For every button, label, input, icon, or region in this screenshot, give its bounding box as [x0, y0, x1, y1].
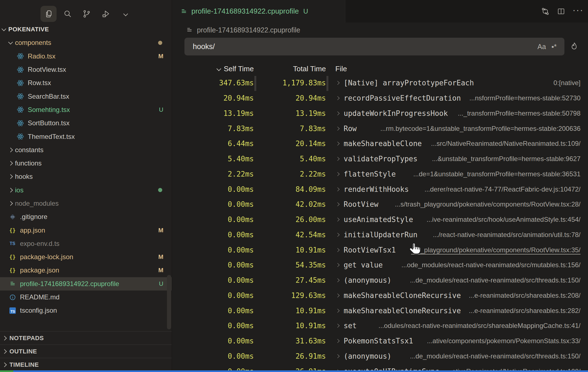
- expand-chevron-icon[interactable]: [336, 127, 339, 131]
- file-path-link[interactable]: ...e-reanimated/src/shareables.ts:208/: [463, 292, 581, 299]
- table-row[interactable]: 0.00ms84.09msrenderWithHooks...derer/rea…: [172, 182, 581, 197]
- column-header-file[interactable]: File: [335, 65, 347, 73]
- split-editor-button[interactable]: [557, 7, 565, 16]
- table-row[interactable]: 0.00ms54.35msget value...ode_modules/rea…: [172, 258, 581, 273]
- table-row[interactable]: 0.00ms129.63msmakeShareableCloneRecursiv…: [172, 288, 581, 303]
- filter-input[interactable]: hooks/ Aa ▪*: [184, 38, 564, 55]
- table-row[interactable]: 0.00ms26.00msuseAnimatedStyle...ive-rean…: [172, 212, 581, 227]
- file-path-link[interactable]: ...de_modules/react-native-reanimated/sr…: [404, 276, 581, 284]
- more-views-button[interactable]: [118, 6, 134, 22]
- file-item-sortbutton-tsx[interactable]: SortButton.tsx: [0, 116, 172, 130]
- folder-item-ios[interactable]: ios: [0, 184, 172, 197]
- folder-item-constants[interactable]: constants: [0, 143, 172, 157]
- file-item-radio-tsx[interactable]: Radio.tsxM: [0, 50, 172, 63]
- expand-chevron-icon[interactable]: [336, 248, 339, 252]
- search-button[interactable]: [60, 6, 76, 22]
- expand-chevron-icon[interactable]: [336, 354, 339, 358]
- folder-item-functions[interactable]: functions: [0, 157, 172, 170]
- file-path-link[interactable]: 0:[native]: [548, 79, 581, 87]
- expand-chevron-icon[interactable]: [336, 263, 339, 267]
- column-resize-handle[interactable]: [254, 76, 256, 91]
- column-resize-handle[interactable]: [326, 76, 328, 91]
- project-root[interactable]: POKENATIVE: [0, 23, 172, 36]
- file-item-rootview-tsx[interactable]: RootView.tsx: [0, 63, 172, 76]
- file-item-package-json[interactable]: {}package.jsonM: [0, 264, 172, 277]
- file-path-link[interactable]: ...ive-reanimated/src/hook/useAnimatedSt…: [421, 216, 581, 223]
- file-path-link[interactable]: .../react-native-reanimated/src/animatio…: [427, 231, 581, 239]
- file-path-link[interactable]: ...rm.bytecode=1&unstable_transformProfi…: [375, 125, 581, 133]
- panel-timeline[interactable]: TIMELINE: [0, 358, 172, 371]
- panel-notepads[interactable]: NOTEPADS: [0, 331, 172, 345]
- expand-chevron-icon[interactable]: [336, 202, 339, 206]
- expand-chevron-icon[interactable]: [336, 187, 339, 191]
- file-path-link[interactable]: ...h_playground/pokenative/components/Ro…: [405, 246, 581, 254]
- table-row[interactable]: 7.83ms7.83msRow...rm.bytecode=1&unstable…: [172, 121, 581, 136]
- table-row[interactable]: 0.00ms27.45ms(anonymous)...de_modules/re…: [172, 273, 581, 288]
- file-item-tsconfig-json[interactable]: TStsconfig.json: [0, 304, 172, 317]
- file-item-profile-1741689314922-cpuprofile[interactable]: profile-1741689314922.cpuprofileU: [0, 277, 172, 291]
- expand-chevron-icon[interactable]: [336, 111, 339, 115]
- expand-chevron-icon[interactable]: [336, 157, 339, 161]
- file-item-searchbar-tsx[interactable]: SearchBar.tsx: [0, 90, 172, 103]
- source-control-button[interactable]: [78, 6, 95, 22]
- panel-outline[interactable]: OUTLINE: [0, 345, 172, 358]
- table-row[interactable]: 0.00ms31.63msPokemonStatsTsx1...ative/co…: [172, 333, 581, 349]
- table-row[interactable]: 13.19ms13.19msupdateWorkInProgressHook..…: [172, 106, 581, 121]
- column-header-self-time[interactable]: Self Time: [172, 65, 254, 73]
- tab-cpuprofile[interactable]: profile-1741689314922.cpuprofile U: [172, 0, 345, 22]
- expand-chevron-icon[interactable]: [336, 142, 339, 146]
- file-item--gitignore[interactable]: .gitignore: [0, 210, 172, 223]
- expand-chevron-icon[interactable]: [336, 218, 339, 221]
- expand-chevron-icon[interactable]: [336, 278, 339, 282]
- table-row[interactable]: 0.00ms26.91ms(anonymous)...de_modules/re…: [172, 349, 581, 364]
- folder-item-node-modules[interactable]: node_modules: [0, 197, 172, 210]
- expand-chevron-icon[interactable]: [336, 172, 339, 176]
- sidebar-scrollbar[interactable]: [167, 275, 171, 329]
- file-item-row-tsx[interactable]: Row.tsx: [0, 76, 172, 90]
- file-item-package-lock-json[interactable]: {}package-lock.jsonM: [0, 250, 172, 264]
- table-row[interactable]: 347.63ms1,179.83ms[Native] arrayPrototyp…: [172, 75, 581, 91]
- table-row[interactable]: 2.22ms2.22msflattenStyle...de=1&unstable…: [172, 167, 581, 182]
- table-row[interactable]: 0.00ms10.91msmakeShareableCloneRecursive…: [172, 303, 581, 318]
- column-header-total-time[interactable]: Total Time: [254, 65, 326, 73]
- expand-chevron-icon[interactable]: [336, 339, 339, 343]
- folder-item-components[interactable]: components: [0, 36, 172, 49]
- file-path-link[interactable]: ...ode_modules/react-native-reanimated/s…: [396, 261, 581, 269]
- table-row[interactable]: 0.00ms42.02msRootView...s/trash_playgrou…: [172, 197, 581, 212]
- folder-item-hooks[interactable]: hooks: [0, 170, 172, 183]
- more-actions-button[interactable]: ···: [572, 7, 584, 12]
- file-item-readme-md[interactable]: README.md: [0, 291, 172, 304]
- file-item-somehting-tsx[interactable]: Somehting.tsxU: [0, 103, 172, 116]
- match-case-button[interactable]: Aa: [535, 42, 549, 52]
- file-path-link[interactable]: ...s/trash_playground/pokenative/compone…: [389, 200, 581, 208]
- table-row[interactable]: 0.00ms10.91msRootViewTsx1...h_playground…: [172, 242, 581, 258]
- table-row[interactable]: 5.40ms5.40msvalidatePropTypes...&unstabl…: [172, 151, 581, 167]
- expand-chevron-icon[interactable]: [336, 294, 339, 297]
- file-path-link[interactable]: ...derer/react-native-74-77/ReactFabric-…: [419, 185, 581, 193]
- table-row[interactable]: 0.00ms10.91msset...odules/react-native-r…: [172, 318, 581, 333]
- file-item-app-json[interactable]: {}app.jsonM: [0, 223, 172, 237]
- open-changes-button[interactable]: [541, 7, 550, 16]
- expand-chevron-icon[interactable]: [336, 81, 339, 85]
- file-path-link[interactable]: ...nsformProfile=hermes-stable:52730: [464, 94, 581, 102]
- explorer-button[interactable]: [40, 6, 57, 22]
- file-path-link[interactable]: ...src/NativeReanimated/NativeReanimated…: [425, 140, 581, 147]
- file-path-link[interactable]: ...ative/components/pokemon/PokemonStats…: [421, 337, 581, 345]
- filter-value[interactable]: hooks/: [193, 42, 535, 51]
- run-debug-button[interactable]: [98, 6, 114, 22]
- file-path-link[interactable]: ...odules/react-native-reanimated/src/sh…: [373, 322, 581, 330]
- table-row[interactable]: 0.00ms42.54msinitialUpdaterRun.../react-…: [172, 227, 581, 243]
- file-path-link[interactable]: ..._transformProfile=hermes-stable:50798: [452, 109, 581, 117]
- file-path-link[interactable]: ...de=1&unstable_transformProfile=hermes…: [408, 170, 581, 178]
- file-item-themedtext-tsx[interactable]: ThemedText.tsx: [0, 130, 172, 143]
- table-row[interactable]: 6.44ms20.14msmakeShareableClone...src/Na…: [172, 136, 581, 151]
- expand-chevron-icon[interactable]: [336, 309, 339, 313]
- file-item-expo-env-d-ts[interactable]: TSexpo-env.d.ts: [0, 237, 172, 250]
- file-path-link[interactable]: ...&unstable_transformProfile=hermes-sta…: [426, 155, 581, 163]
- regex-button[interactable]: ▪*: [549, 42, 559, 52]
- expand-chevron-icon[interactable]: [336, 96, 339, 100]
- expand-chevron-icon[interactable]: [336, 324, 339, 328]
- expand-chevron-icon[interactable]: [336, 233, 339, 237]
- file-path-link[interactable]: ...de_modules/react-native-reanimated/sr…: [404, 352, 581, 360]
- file-path-link[interactable]: ...e-reanimated/src/shareables.ts:282/: [463, 307, 581, 315]
